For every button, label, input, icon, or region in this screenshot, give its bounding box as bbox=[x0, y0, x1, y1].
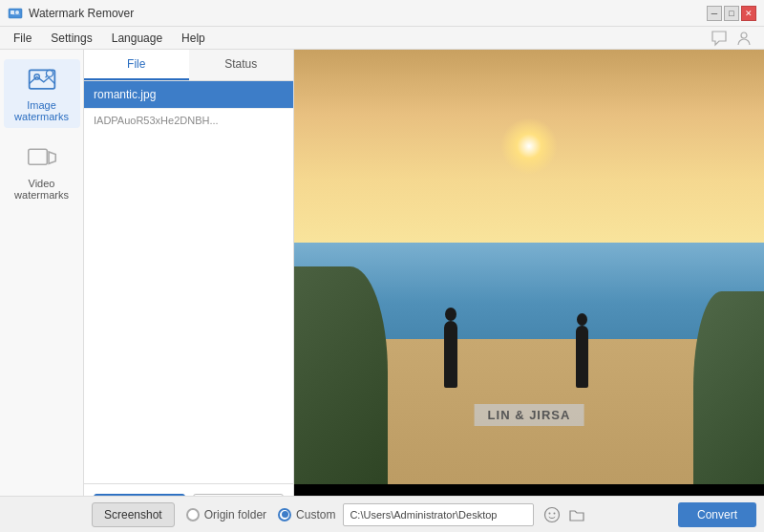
tab-file[interactable]: File bbox=[84, 50, 189, 80]
menu-file[interactable]: File bbox=[4, 29, 41, 48]
svg-point-12 bbox=[549, 512, 551, 514]
emoji-icon[interactable] bbox=[541, 504, 562, 525]
video-watermarks-label: Video watermarks bbox=[11, 178, 73, 201]
sidebar: Image watermarks Video watermarks bbox=[0, 50, 84, 532]
video-watermarks-icon bbox=[27, 143, 57, 174]
screenshot-button[interactable]: Screenshot bbox=[92, 502, 175, 527]
maximize-button[interactable]: □ bbox=[724, 6, 739, 21]
radio-custom[interactable]: Custom bbox=[278, 508, 335, 521]
photo-person-right bbox=[576, 326, 588, 388]
svg-point-13 bbox=[554, 512, 556, 514]
bottom-icons bbox=[541, 504, 587, 525]
sidebar-item-image-watermarks[interactable]: Image watermarks bbox=[4, 59, 80, 128]
svg-line-8 bbox=[45, 75, 47, 77]
radio-circle-origin bbox=[186, 508, 200, 521]
menu-language[interactable]: Language bbox=[102, 29, 172, 48]
photo-sun bbox=[500, 117, 558, 175]
svg-point-4 bbox=[741, 32, 747, 38]
radio-origin-label: Origin folder bbox=[204, 508, 266, 521]
title-text: Watermark Remover bbox=[29, 7, 134, 20]
beach-photo: LIN & JIRSA bbox=[294, 50, 764, 532]
convert-button[interactable]: Convert bbox=[678, 502, 756, 527]
user-icon[interactable] bbox=[735, 30, 753, 47]
photo-person-left bbox=[444, 321, 457, 388]
menu-settings[interactable]: Settings bbox=[41, 29, 101, 48]
app-icon bbox=[8, 6, 23, 21]
close-button[interactable]: ✕ bbox=[741, 6, 756, 21]
folder-icon[interactable] bbox=[566, 504, 587, 525]
title-bar: Watermark Remover ─ □ ✕ bbox=[0, 0, 764, 27]
chat-icon[interactable] bbox=[711, 30, 728, 47]
svg-rect-9 bbox=[28, 149, 47, 164]
svg-rect-1 bbox=[11, 11, 14, 14]
file-row-sub: IADPAuoR53xHe2DNBH... bbox=[84, 109, 293, 132]
image-watermarks-icon bbox=[27, 65, 57, 96]
path-input[interactable] bbox=[343, 503, 534, 526]
radio-origin-folder[interactable]: Origin folder bbox=[186, 508, 266, 521]
minimize-button[interactable]: ─ bbox=[707, 6, 722, 21]
file-panel: File Status romantic.jpg IADPAuoR53xHe2D… bbox=[84, 50, 294, 532]
watermark-text: LIN & JIRSA bbox=[475, 404, 584, 426]
radio-custom-label: Custom bbox=[296, 508, 335, 521]
svg-marker-10 bbox=[49, 152, 55, 163]
bottom-bar: Screenshot Origin folder Custom Convert bbox=[0, 496, 764, 532]
radio-group: Origin folder Custom bbox=[186, 508, 336, 521]
image-watermarks-label: Image watermarks bbox=[11, 99, 73, 122]
svg-point-11 bbox=[545, 507, 560, 521]
radio-circle-custom bbox=[278, 508, 291, 521]
file-list: romantic.jpg IADPAuoR53xHe2DNBH... bbox=[84, 81, 293, 483]
main-layout: Image watermarks Video watermarks File S… bbox=[0, 50, 764, 532]
menu-bar: File Settings Language Help bbox=[0, 27, 764, 50]
tab-status[interactable]: Status bbox=[189, 50, 294, 80]
menu-help[interactable]: Help bbox=[172, 29, 215, 48]
file-row-romantic[interactable]: romantic.jpg bbox=[84, 81, 293, 109]
svg-point-2 bbox=[15, 11, 19, 14]
file-panel-tabs: File Status bbox=[84, 50, 293, 81]
preview-area: LIN & JIRSA bbox=[294, 50, 764, 532]
sidebar-item-video-watermarks[interactable]: Video watermarks bbox=[4, 138, 80, 206]
